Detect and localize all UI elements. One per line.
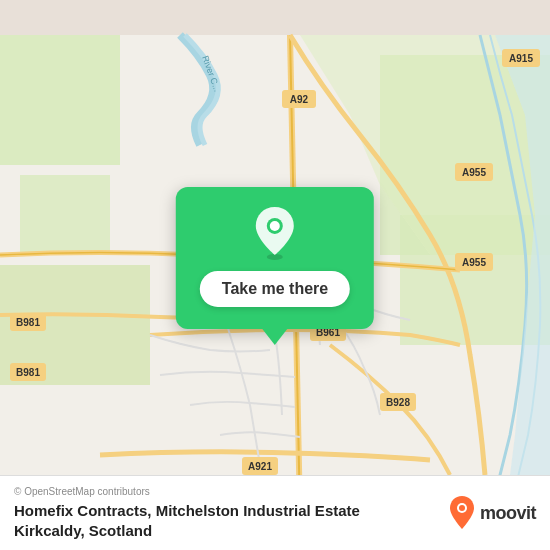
svg-rect-2	[20, 175, 110, 255]
svg-text:A955: A955	[462, 167, 486, 178]
location-name: Homefix Contracts, Mitchelston Industria…	[14, 501, 436, 540]
info-bar: © OpenStreetMap contributors Homefix Con…	[0, 475, 550, 550]
svg-text:A92: A92	[290, 94, 309, 105]
info-text: © OpenStreetMap contributors Homefix Con…	[14, 486, 436, 540]
svg-text:B981: B981	[16, 317, 40, 328]
svg-text:A915: A915	[509, 53, 533, 64]
moovit-brand-text: moovit	[480, 503, 536, 524]
svg-rect-1	[0, 35, 120, 165]
moovit-logo: moovit	[448, 495, 536, 531]
copyright-text: © OpenStreetMap contributors	[14, 486, 436, 497]
svg-point-33	[459, 505, 465, 511]
svg-text:B981: B981	[16, 367, 40, 378]
svg-text:A955: A955	[462, 257, 486, 268]
take-me-there-button[interactable]: Take me there	[200, 271, 350, 307]
svg-text:A921: A921	[248, 461, 272, 472]
map-container: A915 A92 A955 A955 B981 B981 B961 B928 A…	[0, 0, 550, 550]
svg-point-31	[270, 221, 280, 231]
location-line1: Homefix Contracts, Mitchelston Industria…	[14, 502, 360, 519]
svg-text:B928: B928	[386, 397, 410, 408]
location-line2: Kirkcaldy, Scotland	[14, 522, 152, 539]
moovit-pin-icon	[448, 495, 476, 531]
popup-card: Take me there	[176, 187, 374, 329]
location-pin-icon	[252, 205, 298, 261]
